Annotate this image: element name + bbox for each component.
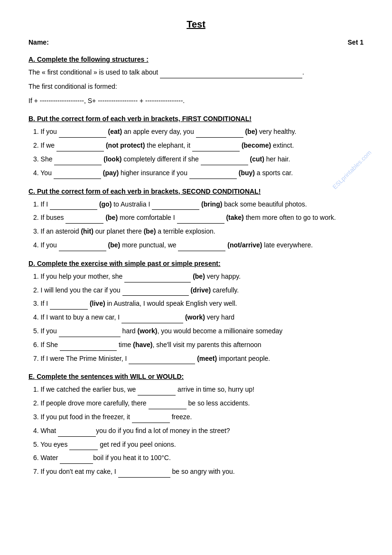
list-item: 7. If you don't eat my cake, I be so ang… — [33, 466, 364, 478]
section-a-line3: If + --------------------, S+ ----------… — [28, 95, 364, 107]
section-c: C. Put the correct form of each verb in … — [28, 188, 364, 251]
section-c-title: C. Put the correct form of each verb in … — [28, 188, 364, 195]
list-item: 5. If you hard (work), you would become … — [33, 326, 364, 337]
list-item: 3. If I (live) in Australia, I would spe… — [33, 298, 364, 310]
list-item: 6. If She time (have), she'll visit my p… — [33, 339, 364, 351]
section-d-list: 1. If you help your mother, she (be) ver… — [33, 271, 364, 365]
list-item: 7. If I were The Prime Minister, I (meet… — [33, 353, 364, 365]
section-e-title: E. Complete the sentences with WILL or W… — [28, 373, 364, 380]
list-item: 1. If we catched the earlier bus, we arr… — [33, 384, 364, 395]
list-item: 1. If you (eat) an apple every day, you … — [33, 126, 364, 138]
list-item: 4. If I want to buy a new car, I (work) … — [33, 312, 364, 323]
list-item: 1. If you help your mother, she (be) ver… — [33, 271, 364, 282]
section-a: A. Complete the following structures : T… — [28, 56, 364, 106]
list-item: 3. She (look) completely different if sh… — [33, 154, 364, 165]
section-b: B. Put the correct form of each verb in … — [28, 115, 364, 179]
section-e: E. Complete the sentences with WILL or W… — [28, 373, 364, 478]
name-label: Name: — [28, 38, 49, 46]
list-item: 5. You eyes get red if you peel onions. — [33, 439, 364, 451]
list-item: 2. I will lend you the car if you (drive… — [33, 285, 364, 296]
list-item: 3. If an asteroid (hit) our planet there… — [33, 226, 364, 237]
section-d-title: D. Complete the exercise with simple pas… — [28, 260, 364, 267]
section-a-title: A. Complete the following structures : — [28, 56, 364, 63]
list-item: 6. Water boil if you heat it to 100°C. — [33, 452, 364, 464]
section-c-list: 1. If I (go) to Australia I (bring) back… — [33, 199, 364, 251]
list-item: 4. What you do if you find a lot of mone… — [33, 425, 364, 437]
set-label: Set 1 — [348, 38, 364, 46]
list-item: 2. If buses (be) more comfortable I (tak… — [33, 212, 364, 224]
section-b-title: B. Put the correct form of each verb in … — [28, 115, 364, 122]
section-b-list: 1. If you (eat) an apple every day, you … — [33, 126, 364, 179]
list-item: 3. If you put food in the freezer, it fr… — [33, 412, 364, 423]
section-a-line1: The « first conditional » is used to tal… — [28, 67, 364, 78]
section-e-list: 1. If we catched the earlier bus, we arr… — [33, 384, 364, 478]
list-item: 2. If we (not protect) the elephant, it … — [33, 140, 364, 151]
section-d: D. Complete the exercise with simple pas… — [28, 260, 364, 365]
list-item: 4. If you (be) more punctual, we (not/ar… — [33, 240, 364, 251]
page-title: Test — [28, 19, 364, 30]
list-item: 4. You (pay) higher insurance if you (bu… — [33, 168, 364, 179]
list-item: 2. If people drove more carefully, there… — [33, 398, 364, 409]
section-a-line2: The first conditional is formed: — [28, 81, 364, 93]
list-item: 1. If I (go) to Australia I (bring) back… — [33, 199, 364, 210]
